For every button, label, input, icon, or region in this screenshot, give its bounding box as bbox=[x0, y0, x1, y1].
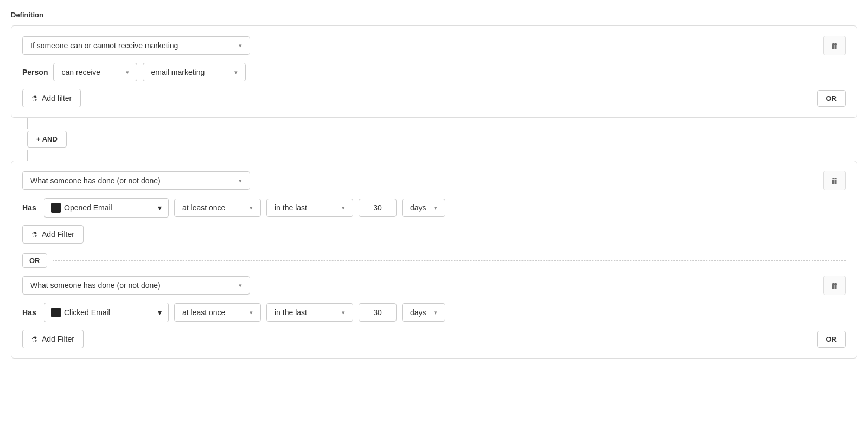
delete-block-3-button[interactable]: 🗑 bbox=[823, 276, 846, 295]
can-receive-select-label: can receive bbox=[61, 68, 100, 76]
filter-icon: ⚗ bbox=[31, 335, 38, 343]
group-block-2: What someone has done (or not done) ▾ 🗑 … bbox=[11, 161, 857, 359]
add-filter-button-1[interactable]: ⚗ Add filter bbox=[22, 89, 81, 107]
can-receive-select[interactable]: can receive ▾ bbox=[53, 63, 137, 81]
add-filter-label-3: Add Filter bbox=[42, 335, 74, 343]
unit-select-1[interactable]: days ▾ bbox=[402, 199, 445, 217]
number-input-2[interactable] bbox=[359, 303, 397, 322]
chevron-down-icon: ▾ bbox=[126, 69, 129, 76]
delete-block-2-button[interactable]: 🗑 bbox=[823, 171, 846, 190]
has-label-1: Has bbox=[22, 203, 39, 212]
or-separator-tag: OR bbox=[22, 253, 47, 268]
or-button-3[interactable]: OR bbox=[817, 331, 846, 348]
chevron-down-icon: ▾ bbox=[158, 203, 162, 212]
unit-select-1-label: days bbox=[410, 203, 426, 212]
trash-icon: 🗑 bbox=[831, 176, 839, 185]
marketing-type-select[interactable]: email marketing ▾ bbox=[143, 63, 246, 81]
condition-select-1-label: If someone can or cannot receive marketi… bbox=[30, 41, 178, 50]
filter-icon: ⚗ bbox=[31, 94, 38, 103]
trash-icon: 🗑 bbox=[831, 41, 839, 50]
person-label: Person bbox=[22, 68, 48, 76]
condition-select-3-label: What someone has done (or not done) bbox=[30, 281, 161, 290]
or-button-1[interactable]: OR bbox=[817, 90, 846, 107]
chevron-down-icon: ▾ bbox=[434, 204, 437, 212]
add-filter-button-2[interactable]: ⚗ Add Filter bbox=[22, 225, 84, 244]
time-select-1-label: in the last bbox=[275, 203, 307, 212]
freq-select-2-label: at least once bbox=[182, 308, 225, 317]
freq-select-2[interactable]: at least once ▾ bbox=[174, 303, 261, 322]
chevron-down-icon: ▾ bbox=[250, 204, 253, 212]
unit-select-2-label: days bbox=[410, 308, 426, 317]
opened-email-icon bbox=[51, 203, 61, 213]
freq-select-1-label: at least once bbox=[182, 203, 225, 212]
time-select-2[interactable]: in the last ▾ bbox=[266, 303, 353, 322]
action-select-1[interactable]: Opened Email ▾ bbox=[44, 198, 169, 218]
unit-select-2[interactable]: days ▾ bbox=[402, 303, 445, 322]
trash-icon: 🗑 bbox=[831, 281, 839, 290]
and-button[interactable]: + AND bbox=[27, 131, 67, 148]
add-filter-label-2: Add Filter bbox=[42, 230, 74, 239]
chevron-down-icon: ▾ bbox=[239, 177, 242, 184]
freq-select-1[interactable]: at least once ▾ bbox=[174, 199, 261, 217]
block-1: If someone can or cannot receive marketi… bbox=[11, 25, 857, 118]
number-input-1[interactable] bbox=[359, 199, 397, 217]
page-title: Definition bbox=[11, 11, 857, 19]
chevron-down-icon: ▾ bbox=[342, 204, 345, 212]
chevron-down-icon: ▾ bbox=[239, 42, 242, 49]
has-label-2: Has bbox=[22, 308, 39, 317]
chevron-down-icon: ▾ bbox=[250, 309, 253, 316]
time-select-1[interactable]: in the last ▾ bbox=[266, 199, 353, 217]
condition-select-1[interactable]: If someone can or cannot receive marketi… bbox=[22, 36, 250, 55]
condition-select-2[interactable]: What someone has done (or not done) ▾ bbox=[22, 171, 250, 190]
time-select-2-label: in the last bbox=[275, 308, 307, 317]
add-filter-button-3[interactable]: ⚗ Add Filter bbox=[22, 330, 84, 348]
chevron-down-icon: ▾ bbox=[342, 309, 345, 316]
clicked-email-icon bbox=[51, 308, 61, 317]
chevron-down-icon: ▾ bbox=[434, 309, 437, 316]
chevron-down-icon: ▾ bbox=[239, 282, 242, 289]
condition-select-2-label: What someone has done (or not done) bbox=[30, 176, 161, 185]
chevron-down-icon: ▾ bbox=[158, 308, 162, 317]
action-label-2: Clicked Email bbox=[64, 308, 155, 317]
delete-block-1-button[interactable]: 🗑 bbox=[823, 36, 846, 55]
filter-icon: ⚗ bbox=[31, 231, 38, 239]
chevron-down-icon: ▾ bbox=[234, 69, 238, 76]
action-label-1: Opened Email bbox=[64, 203, 155, 212]
add-filter-label-1: Add filter bbox=[42, 94, 72, 103]
marketing-type-select-label: email marketing bbox=[151, 68, 205, 76]
action-select-2[interactable]: Clicked Email ▾ bbox=[44, 303, 169, 322]
or-dashed-line bbox=[53, 260, 846, 261]
condition-select-3[interactable]: What someone has done (or not done) ▾ bbox=[22, 276, 250, 295]
